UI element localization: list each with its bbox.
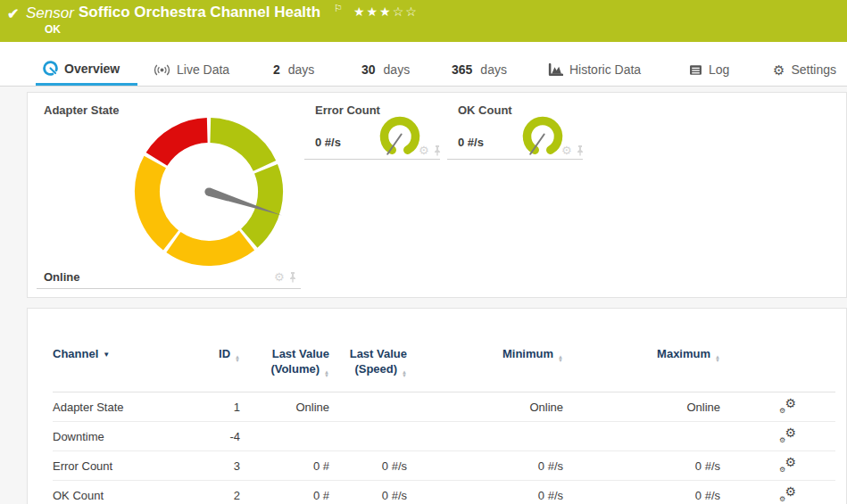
status-check-icon: ✔	[7, 5, 19, 22]
sensor-title: Soffico Orchestra Channel Health	[79, 4, 320, 21]
tab-2-days-number: 2	[273, 62, 280, 77]
cell-actions: ⚙⚙	[720, 481, 835, 504]
pin-icon[interactable]	[433, 145, 442, 156]
sort-icon: ▲▼	[558, 355, 563, 362]
col-header-actions	[720, 309, 835, 392]
pin-icon[interactable]	[288, 271, 297, 283]
ok-count-gauge	[520, 112, 565, 157]
col-header-last-value-volume[interactable]: Last Value (Volume)▲▼	[240, 309, 329, 392]
gauge-settings-icon[interactable]: ⚙	[419, 145, 429, 156]
cell-channel[interactable]: Error Count	[53, 451, 188, 481]
cell-maximum	[563, 422, 720, 451]
cell-id: 3	[188, 451, 240, 481]
divider	[304, 159, 440, 160]
channel-settings-gears-icon[interactable]: ⚙⚙	[779, 428, 796, 442]
gauge-settings-icon[interactable]: ⚙	[561, 145, 572, 156]
flag-icon[interactable]: ⚐	[334, 3, 343, 14]
cell-minimum: 0 #/s	[407, 481, 563, 504]
tab-365-days-label: days	[480, 62, 507, 77]
tab-historic-data-label: Historic Data	[569, 62, 641, 77]
table-row: Error Count 3 0 # 0 #/s 0 #/s 0 #/s ⚙⚙	[53, 451, 835, 481]
cell-actions: ⚙⚙	[720, 451, 835, 481]
tab-settings-label: Settings	[791, 62, 836, 77]
table-header-row: Channel▼ ID▲▼ Last Value (Volume)▲▼ Last…	[53, 309, 835, 392]
tab-bar: Overview Live Data 2 days 30 days 365 da…	[0, 54, 847, 87]
cell-last-value-volume: 0 #	[240, 451, 329, 481]
cell-maximum: Online	[563, 392, 720, 422]
tab-log[interactable]: Log	[689, 54, 729, 86]
divider	[37, 288, 301, 289]
cell-id: 1	[188, 392, 240, 422]
tab-overview[interactable]: Overview	[36, 54, 137, 86]
channel-table-panel: Channel▼ ID▲▼ Last Value (Volume)▲▼ Last…	[27, 308, 847, 504]
cell-last-value-volume	[240, 422, 329, 451]
main-gauge-title: Adapter State	[44, 103, 120, 117]
channel-settings-gears-icon[interactable]: ⚙⚙	[779, 487, 796, 501]
adapter-state-gauge	[133, 116, 285, 268]
cell-id: -4	[188, 422, 240, 451]
divider	[447, 159, 583, 160]
cell-last-value-volume: Online	[240, 392, 329, 422]
gauge-settings-icon[interactable]: ⚙	[274, 271, 285, 283]
live-data-icon	[154, 63, 170, 77]
error-count-gauge	[378, 112, 422, 157]
col-header-maximum[interactable]: Maximum▲▼	[563, 309, 720, 392]
sort-icon: ▲▼	[324, 370, 329, 377]
cell-maximum: 0 #/s	[563, 481, 720, 504]
tab-live-data[interactable]: Live Data	[154, 54, 229, 86]
table-row: Downtime -4 ⚙⚙	[53, 422, 835, 451]
sort-icon: ▲▼	[235, 355, 240, 362]
log-icon	[689, 64, 702, 76]
cell-actions: ⚙⚙	[720, 392, 835, 422]
mini-gauge-value-ok: 0 #/s	[458, 136, 484, 149]
cell-minimum: Online	[407, 392, 563, 422]
cell-last-value-speed: 0 #/s	[329, 481, 407, 504]
col-header-channel[interactable]: Channel▼	[53, 309, 188, 392]
tab-log-label: Log	[709, 62, 729, 77]
tab-settings[interactable]: ⚙ Settings	[773, 54, 836, 86]
cell-actions: ⚙⚙	[720, 422, 835, 451]
channel-table: Channel▼ ID▲▼ Last Value (Volume)▲▼ Last…	[53, 309, 835, 504]
gauges-panel: Adapter State Online ⚙ Error Count 0 #/s…	[27, 92, 847, 298]
tab-live-data-label: Live Data	[177, 62, 229, 77]
cell-maximum: 0 #/s	[563, 451, 720, 481]
caret-down-icon: ▼	[103, 351, 110, 359]
tab-overview-label: Overview	[64, 62, 120, 76]
error-gauge-actions: ⚙	[419, 145, 442, 156]
cell-minimum	[407, 422, 563, 451]
mini-gauge-value-error: 0 #/s	[315, 136, 341, 149]
tab-historic-data[interactable]: Historic Data	[548, 54, 641, 86]
tab-30-days-number: 30	[361, 62, 376, 77]
main-gauge-value: Online	[44, 270, 79, 284]
sensor-header: ✔ Sensor Soffico Orchestra Channel Healt…	[0, 0, 847, 42]
sort-icon: ▲▼	[715, 355, 720, 362]
mini-gauge-title-ok: OK Count	[458, 103, 512, 117]
cell-channel[interactable]: OK Count	[53, 481, 188, 504]
mini-gauge-title-error: Error Count	[315, 103, 380, 117]
tab-365-days-number: 365	[452, 62, 472, 77]
tab-2-days-label: days	[288, 62, 315, 77]
sensor-status-badge: OK	[45, 23, 61, 36]
cell-channel[interactable]: Adapter State	[53, 392, 188, 422]
main-gauge-actions: ⚙	[274, 271, 297, 283]
tab-365-days[interactable]: 365 days	[452, 54, 507, 86]
table-row: OK Count 2 0 # 0 #/s 0 #/s 0 #/s ⚙⚙	[53, 481, 835, 504]
gauge-icon	[43, 61, 58, 76]
cell-last-value-speed: 0 #/s	[329, 451, 407, 481]
tab-2-days[interactable]: 2 days	[273, 54, 314, 86]
col-header-last-value-speed[interactable]: Last Value (Speed)▲▼	[329, 309, 407, 392]
col-header-minimum[interactable]: Minimum▲▼	[407, 309, 563, 392]
tab-30-days[interactable]: 30 days	[361, 54, 410, 86]
cell-last-value-speed	[329, 422, 407, 451]
pin-icon[interactable]	[576, 145, 585, 156]
channel-settings-gears-icon[interactable]: ⚙⚙	[779, 458, 796, 472]
sort-icon: ▲▼	[402, 370, 407, 377]
stars-empty[interactable]: ☆☆	[393, 4, 419, 19]
cell-channel[interactable]: Downtime	[53, 422, 188, 451]
stars-filled[interactable]: ★★★	[353, 4, 393, 19]
priority-stars[interactable]: ★★★☆☆	[353, 4, 419, 19]
col-header-id[interactable]: ID▲▼	[188, 309, 240, 392]
channel-settings-gears-icon[interactable]: ⚙⚙	[779, 399, 796, 413]
historic-chart-icon	[548, 63, 563, 77]
tab-30-days-label: days	[384, 62, 411, 77]
